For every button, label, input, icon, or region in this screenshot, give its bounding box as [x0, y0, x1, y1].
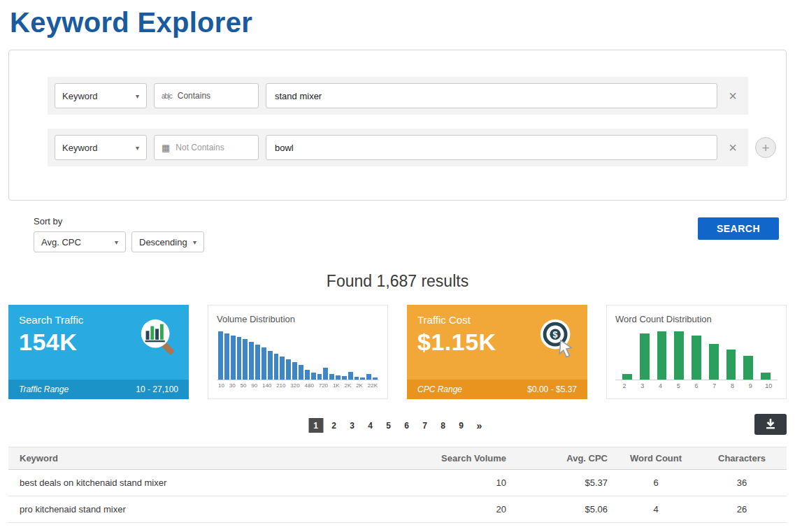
- chart-bar: [280, 357, 285, 380]
- table-cell: 26: [697, 496, 787, 523]
- summary-cards: Search Traffic 154K Traffic Range: [8, 305, 787, 399]
- sort-field-select[interactable]: Avg. CPC ▾: [34, 231, 126, 252]
- card-title: Volume Distribution: [217, 314, 379, 324]
- chevron-down-icon: ▾: [136, 92, 139, 100]
- axis-tick-label: 5: [669, 382, 687, 389]
- sort-field-value: Avg. CPC: [41, 237, 81, 247]
- chart-bar: [311, 373, 316, 380]
- pagination-next-button[interactable]: »: [472, 418, 487, 433]
- chart-bar: [373, 378, 378, 380]
- sort-bar: Sort by Avg. CPC ▾ Descending ▾ SEARCH: [34, 216, 779, 252]
- svg-text:$: $: [553, 330, 558, 340]
- table-body: best deals on kitchenaid stand mixer10$5…: [8, 470, 787, 532]
- results-table: KeywordSearch VolumeAvg. CPCWord CountCh…: [8, 447, 787, 532]
- chevron-down-icon: ▾: [193, 238, 196, 246]
- page-button-9[interactable]: 9: [454, 418, 468, 433]
- page-button-6[interactable]: 6: [399, 418, 414, 433]
- chart-bar: [323, 368, 328, 380]
- page-button-7[interactable]: 7: [417, 418, 432, 433]
- chart-bar: [274, 354, 279, 380]
- axis-tick-label: 10: [218, 382, 224, 389]
- chart-bar: [692, 336, 701, 380]
- column-header[interactable]: Keyword: [8, 447, 408, 470]
- chart-bar: [292, 362, 297, 380]
- traffic-range-value: 10 - 27,100: [136, 384, 178, 394]
- chart-bar: [360, 378, 365, 380]
- pagination-pages: 123456789»: [308, 418, 487, 433]
- filter-operator-label: Not Contains: [176, 143, 224, 152]
- card-footer: Traffic Range 10 - 27,100: [8, 380, 189, 399]
- table-cell: 20: [408, 496, 513, 523]
- filter-operator-label: Contains: [178, 91, 210, 101]
- add-filter-button[interactable]: +: [755, 137, 776, 158]
- table-row: best deals on kitchenaid stand mixer10$5…: [8, 470, 787, 496]
- remove-filter-button[interactable]: ×: [724, 89, 741, 103]
- filter-row-slot: +: [755, 137, 776, 158]
- page-button-2[interactable]: 2: [327, 418, 341, 433]
- filter-strip: Keyword ▾ ab|c Contains ×: [48, 77, 748, 115]
- axis-tick-label: 4: [652, 382, 670, 389]
- close-icon: ×: [729, 140, 737, 155]
- chart-bar: [218, 331, 223, 380]
- chart-bar: [640, 333, 650, 380]
- table-row: kitchen aid stand mixer food processor10…: [8, 523, 787, 532]
- axis-tick-label: 140: [262, 382, 271, 389]
- filter-field-select[interactable]: Keyword ▾: [55, 135, 147, 160]
- traffic-cost-card: Traffic Cost $1.15K $ CPC Range $0.00 - …: [407, 305, 587, 399]
- chart-bar: [305, 370, 310, 380]
- axis-tick-label: 9: [741, 382, 759, 389]
- chart-bar: [317, 374, 322, 380]
- remove-filter-button[interactable]: ×: [724, 141, 741, 154]
- table-cell: 6: [615, 523, 697, 532]
- table-cell: $5.37: [513, 470, 615, 496]
- filter-row-2: Keyword ▾ ▦ Not Contains × +: [48, 129, 776, 166]
- chevron-down-icon: ▾: [115, 238, 118, 246]
- page-button-4[interactable]: 4: [363, 418, 378, 433]
- filter-value-input[interactable]: [266, 135, 717, 160]
- page-button-1[interactable]: 1: [308, 418, 323, 433]
- column-header[interactable]: Search Volume: [408, 447, 513, 470]
- cost-target-icon: $: [536, 316, 579, 359]
- volume-axis-labels: 103050901402103204807201K2K2K22K: [217, 380, 379, 389]
- table-cell: 36: [697, 470, 787, 496]
- filter-field-value: Keyword: [62, 143, 98, 153]
- axis-tick-label: 30: [229, 382, 236, 389]
- table-header-row: KeywordSearch VolumeAvg. CPCWord CountCh…: [8, 447, 787, 470]
- chart-bar: [299, 365, 303, 380]
- download-button[interactable]: [754, 414, 787, 435]
- table-cell: $5.06: [513, 496, 615, 523]
- axis-tick-label: 3: [633, 382, 652, 389]
- filter-operator-select[interactable]: ab|c Contains: [154, 83, 259, 108]
- axis-tick-label: 1K: [333, 382, 340, 389]
- chart-bar: [249, 342, 254, 380]
- axis-tick-label: 10: [759, 382, 778, 389]
- page-button-3[interactable]: 3: [345, 418, 359, 433]
- table-cell: 6: [615, 470, 697, 496]
- chart-bar: [726, 350, 736, 380]
- column-header[interactable]: Avg. CPC: [513, 447, 615, 470]
- filter-value-input[interactable]: [266, 83, 717, 108]
- filter-field-select[interactable]: Keyword ▾: [55, 83, 147, 108]
- page-button-8[interactable]: 8: [436, 418, 450, 433]
- axis-tick-label: 50: [240, 382, 246, 389]
- chart-bar: [237, 337, 242, 380]
- table-cell: $4.63: [513, 523, 615, 532]
- filter-operator-select[interactable]: ▦ Not Contains: [154, 135, 259, 160]
- column-header[interactable]: Word Count: [615, 447, 697, 470]
- axis-tick-label: 320: [290, 382, 299, 389]
- sort-direction-select[interactable]: Descending ▾: [131, 231, 204, 252]
- axis-tick-label: 210: [276, 382, 285, 389]
- page-button-5[interactable]: 5: [381, 418, 396, 433]
- chart-bar: [286, 359, 291, 380]
- column-header[interactable]: Characters: [697, 447, 787, 470]
- table-cell: 38: [697, 523, 787, 532]
- sort-by-label: Sort by: [34, 216, 204, 227]
- table-cell: 4: [615, 496, 697, 523]
- search-button[interactable]: SEARCH: [698, 217, 779, 240]
- chart-bar: [231, 336, 236, 380]
- contains-icon: ab|c: [162, 92, 172, 100]
- not-contains-icon: ▦: [162, 143, 170, 153]
- chart-bar: [657, 331, 667, 380]
- axis-tick-label: 6: [687, 382, 706, 389]
- search-traffic-card: Search Traffic 154K Traffic Range: [8, 305, 189, 399]
